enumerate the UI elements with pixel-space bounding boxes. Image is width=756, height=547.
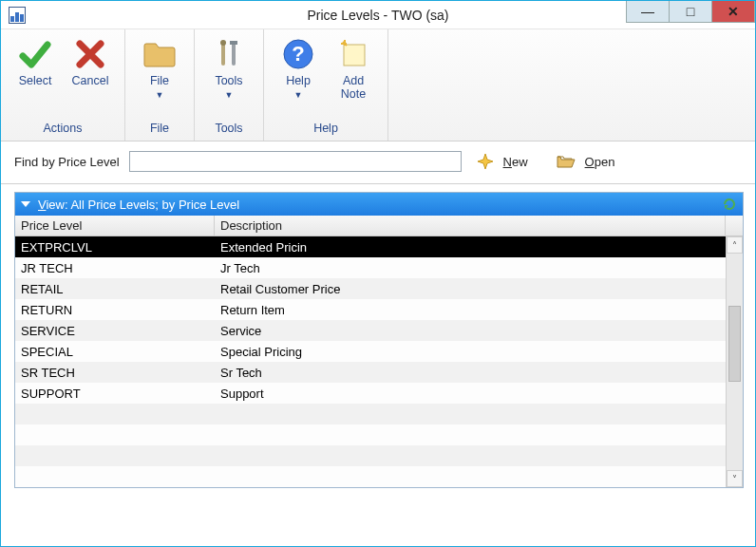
rows-container: EXTPRCLVLExtended PricinJR TECHJr TechRE… xyxy=(15,236,726,487)
dropdown-icon: ▼ xyxy=(225,90,234,100)
new-button[interactable]: New xyxy=(503,155,528,169)
note-icon xyxy=(334,35,372,73)
scroll-up-icon[interactable]: ˄ xyxy=(727,236,743,254)
minimize-button[interactable]: ― xyxy=(626,0,670,23)
folder-icon xyxy=(141,35,179,73)
column-header-scroll xyxy=(726,216,743,236)
open-button[interactable]: Open xyxy=(585,155,615,169)
svg-point-1 xyxy=(220,40,226,46)
cell-description: Support xyxy=(215,387,726,401)
scroll-track[interactable] xyxy=(727,254,743,470)
add-note-button[interactable]: Add Note xyxy=(329,33,378,115)
help-button[interactable]: ? Help ▼ xyxy=(274,33,323,115)
open-folder-icon[interactable] xyxy=(557,154,576,169)
cell-description: Extended Pricin xyxy=(215,240,726,255)
group-caption-help: Help xyxy=(313,118,338,139)
column-header-price-level[interactable]: Price Level xyxy=(15,216,215,236)
svg-text:?: ? xyxy=(292,42,304,66)
toolbar: Select Cancel Actions File ▼ File xyxy=(1,29,755,141)
find-label: Find by Price Level xyxy=(14,155,120,169)
toolbar-group-file: File ▼ File xyxy=(125,29,195,141)
table-row xyxy=(15,404,726,424)
cell-price-level: RETAIL xyxy=(15,282,215,296)
refresh-icon[interactable] xyxy=(722,197,737,212)
cell-price-level: JR TECH xyxy=(15,261,215,275)
table-row[interactable]: SUPPORTSupport xyxy=(15,383,726,404)
table-row[interactable]: RETURNReturn Item xyxy=(15,299,726,320)
toolbar-group-actions: Select Cancel Actions xyxy=(1,29,125,141)
find-input[interactable] xyxy=(129,151,462,172)
cell-price-level: SUPPORT xyxy=(15,387,215,401)
cell-price-level: SERVICE xyxy=(15,324,215,338)
file-button[interactable]: File ▼ xyxy=(135,33,184,102)
cell-description: Special Pricing xyxy=(215,345,726,359)
table-row[interactable]: SPECIALSpecial Pricing xyxy=(15,341,726,362)
cancel-button[interactable]: Cancel xyxy=(66,33,115,102)
table-row[interactable]: EXTPRCLVLExtended Pricin xyxy=(15,236,726,257)
svg-rect-5 xyxy=(344,45,365,66)
view-header[interactable]: View: All Price Levels; by Price Level xyxy=(15,193,743,216)
scroll-down-icon[interactable]: ˅ xyxy=(727,470,743,487)
checkmark-icon xyxy=(16,35,54,73)
table-row[interactable]: SR TECHSr Tech xyxy=(15,362,726,383)
table-row[interactable]: SERVICEService xyxy=(15,320,726,341)
maximize-button[interactable]: □ xyxy=(669,0,712,23)
cell-description: Retail Customer Price xyxy=(215,282,726,296)
cell-description: Service xyxy=(215,324,726,338)
column-headers: Price Level Description xyxy=(15,216,743,236)
vertical-scrollbar[interactable]: ˄ ˅ xyxy=(726,236,743,487)
dropdown-triangle-icon xyxy=(21,201,30,207)
x-icon xyxy=(71,35,109,73)
tools-icon xyxy=(210,35,248,73)
group-caption-tools: Tools xyxy=(215,118,242,139)
toolbar-group-tools: Tools ▼ Tools xyxy=(195,29,264,141)
cell-description: Jr Tech xyxy=(215,261,726,275)
close-button[interactable]: ✕ xyxy=(711,0,755,23)
svg-rect-2 xyxy=(232,43,236,66)
cell-description: Return Item xyxy=(215,303,726,317)
table-row xyxy=(15,466,726,487)
window-controls: ― □ ✕ xyxy=(627,0,755,23)
table-row xyxy=(15,445,726,466)
cell-price-level: EXTPRCLVL xyxy=(15,240,215,255)
group-caption-file: File xyxy=(150,118,169,139)
dropdown-icon: ▼ xyxy=(294,90,303,100)
find-bar: Find by Price Level New Open xyxy=(1,141,755,184)
group-caption-actions: Actions xyxy=(44,118,83,139)
column-header-description[interactable]: Description xyxy=(215,216,726,236)
app-icon xyxy=(9,7,26,24)
table-row xyxy=(15,424,726,445)
cell-price-level: SPECIAL xyxy=(15,345,215,359)
cell-description: Sr Tech xyxy=(215,366,726,380)
cell-price-level: SR TECH xyxy=(15,366,215,380)
table-row[interactable]: JR TECHJr Tech xyxy=(15,257,726,278)
toolbar-group-help: ? Help ▼ Add Note Help xyxy=(264,29,388,141)
help-icon: ? xyxy=(279,35,317,73)
table-row[interactable]: RETAILRetail Customer Price xyxy=(15,278,726,299)
view-label: View: All Price Levels; by Price Level xyxy=(38,198,239,212)
new-sparkle-icon[interactable] xyxy=(477,153,494,170)
select-button[interactable]: Select xyxy=(10,33,60,102)
grid: View: All Price Levels; by Price Level P… xyxy=(14,192,744,488)
scroll-thumb[interactable] xyxy=(728,306,741,382)
title-bar: Price Levels - TWO (sa) ― □ ✕ xyxy=(1,1,755,29)
tools-button[interactable]: Tools ▼ xyxy=(204,33,254,102)
dropdown-icon: ▼ xyxy=(156,90,164,100)
cell-price-level: RETURN xyxy=(15,303,215,317)
